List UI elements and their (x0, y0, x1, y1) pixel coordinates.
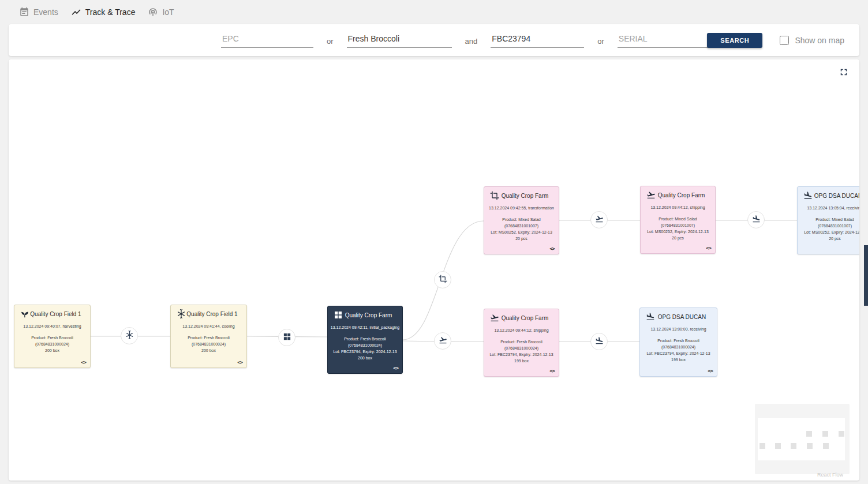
top-nav: Events Track & Trace IoT (0, 0, 868, 24)
tab-iot-label: IoT (162, 7, 174, 17)
search-connector: or (327, 35, 334, 46)
edge-event-circle[interactable] (434, 332, 451, 350)
node-details: Product: Fresh Broccoli(07684831000024)L… (330, 336, 400, 361)
snowflake-icon (177, 309, 186, 318)
node-details: Product: Fresh Broccoli(07684831000024)2… (17, 335, 88, 354)
node-title: Quality Crop Farm (499, 193, 553, 199)
package-icon (283, 332, 291, 343)
show-on-map-label: Show on map (795, 36, 844, 45)
minimap-node (822, 431, 828, 437)
node-timestamp: 13.12.2024 09:44:12, shipping (487, 328, 556, 332)
snowflake-icon (125, 331, 134, 342)
search-fields: or and or (221, 24, 712, 56)
flow-node-shipping-broccoli[interactable]: Quality Crop Farm13.12.2024 09:44:12, sh… (484, 309, 559, 377)
minimap-node (791, 443, 796, 449)
minimap-node (760, 443, 765, 449)
flow-edges (9, 59, 859, 481)
transform-icon (439, 275, 447, 286)
node-title: Quality Crop Farm (499, 315, 553, 321)
flow-canvas[interactable]: React Flow Quality Crop Field 113.12.202… (9, 59, 859, 481)
tab-events[interactable]: Events (19, 7, 58, 17)
edge-event-circle[interactable] (121, 327, 138, 344)
show-on-map-toggle: Show on map (780, 36, 844, 45)
node-title: OPG DSA DUCAN (655, 314, 711, 320)
plane-takeoff-icon (490, 313, 499, 322)
code-icon[interactable]: <> (549, 368, 555, 374)
flow-node-cooling[interactable]: Quality Crop Field 113.12.2024 09:41:44,… (170, 305, 247, 368)
serial-input[interactable] (618, 32, 712, 48)
minimap-node (807, 443, 813, 449)
edge-event-circle[interactable] (278, 329, 295, 346)
code-icon[interactable]: <> (708, 368, 713, 374)
flow-node-initial-packaging[interactable]: Quality Crop Farm13.12.2024 09:42:11, in… (327, 306, 403, 374)
plane-takeoff-icon (646, 190, 656, 200)
tab-iot[interactable]: IoT (148, 7, 174, 17)
node-timestamp: 13.12.2024 13:00:00, receiving (642, 327, 714, 331)
edge-event-circle[interactable] (434, 271, 451, 288)
product-input[interactable] (347, 32, 452, 48)
plane-takeoff-icon (595, 215, 604, 226)
flow-node-transformation[interactable]: Quality Crop Farm13.12.2024 09:42:55, tr… (484, 186, 559, 254)
minimap-node (823, 443, 829, 449)
transform-icon (490, 191, 499, 200)
fullscreen-button[interactable] (839, 67, 849, 77)
lot-input[interactable] (491, 32, 584, 48)
tab-track-trace-label: Track & Trace (85, 7, 136, 17)
plane-landing-icon (752, 215, 761, 226)
edge-event-circle[interactable] (590, 211, 608, 228)
search-button[interactable]: SEARCH (707, 33, 762, 48)
edge-event-circle[interactable] (590, 333, 608, 350)
harvest-icon (20, 309, 29, 318)
show-on-map-checkbox[interactable] (780, 36, 789, 45)
node-details: Product: Fresh Broccoli(07684831000024)L… (487, 339, 556, 364)
node-details: Product: Fresh Broccoli(07684831000024)L… (642, 338, 714, 363)
node-title: Quality Crop Field 1 (29, 311, 84, 317)
node-details: Product: Fresh Broccoli(07684831000024)2… (173, 335, 244, 354)
node-timestamp: 13.12.2024 09:41:44, cooling (173, 324, 244, 328)
minimap-node (839, 431, 844, 437)
plane-landing-icon (646, 312, 655, 321)
track-trace-icon (71, 7, 81, 17)
node-timestamp: 13.12.2024 09:44:12, shipping (643, 205, 713, 209)
code-icon[interactable]: <> (549, 246, 555, 252)
node-title: OPG DSA DUCAN (813, 193, 859, 199)
search-connector: or (597, 35, 604, 46)
minimap-node (806, 431, 812, 437)
tab-events-label: Events (33, 7, 58, 17)
flow-node-receiving-mixed-salad[interactable]: OPG DSA DUCAN13.12.2024 13:05:04, receiv… (797, 186, 859, 254)
events-icon (19, 7, 29, 17)
node-details: Product: Mixed Salad(07684831001007)Lot:… (800, 217, 859, 242)
epc-input[interactable] (221, 32, 313, 48)
code-icon[interactable]: <> (393, 365, 398, 371)
plane-takeoff-icon (439, 336, 447, 347)
node-details: Product: Mixed Salad(07684831001007)Lot:… (487, 217, 556, 242)
node-timestamp: 13.12.2024 09:42:55, transformation (487, 206, 556, 210)
plane-landing-icon (803, 191, 813, 200)
node-timestamp: 13.12.2024 09:40:07, harvesting (17, 324, 88, 328)
node-timestamp: 13.12.2024 09:42:11, initial_packaging (330, 325, 400, 329)
flow-node-harvesting[interactable]: Quality Crop Field 113.12.2024 09:40:07,… (14, 305, 91, 368)
minimap-viewport (758, 418, 845, 460)
plane-landing-icon (595, 336, 604, 347)
edge-event-circle[interactable] (747, 211, 765, 228)
reactflow-attribution: React Flow (817, 472, 843, 478)
package-icon (334, 310, 343, 320)
minimap[interactable] (755, 404, 850, 474)
minimap-node (775, 443, 781, 449)
code-icon[interactable]: <> (706, 245, 711, 251)
node-timestamp: 13.12.2024 13:05:04, receiving (800, 206, 859, 210)
code-icon[interactable]: <> (237, 359, 242, 365)
node-title: Quality Crop Farm (656, 192, 709, 198)
iot-icon (148, 7, 158, 17)
code-icon[interactable]: <> (81, 359, 86, 365)
node-title: Quality Crop Field 1 (186, 311, 241, 317)
search-bar: or and or SEARCH Show on map (9, 24, 859, 56)
tab-track-trace[interactable]: Track & Trace (71, 7, 136, 17)
flow-node-shipping-mixed-salad[interactable]: Quality Crop Farm13.12.2024 09:44:12, sh… (640, 186, 716, 254)
node-title: Quality Crop Farm (343, 312, 396, 318)
flow-node-receiving-broccoli[interactable]: OPG DSA DUCAN13.12.2024 13:00:00, receiv… (639, 307, 717, 377)
node-details: Product: Mixed Salad(07684831001007)Lot:… (643, 216, 713, 241)
search-connector: and (465, 35, 478, 46)
scrollbar-thumb[interactable] (864, 245, 868, 306)
